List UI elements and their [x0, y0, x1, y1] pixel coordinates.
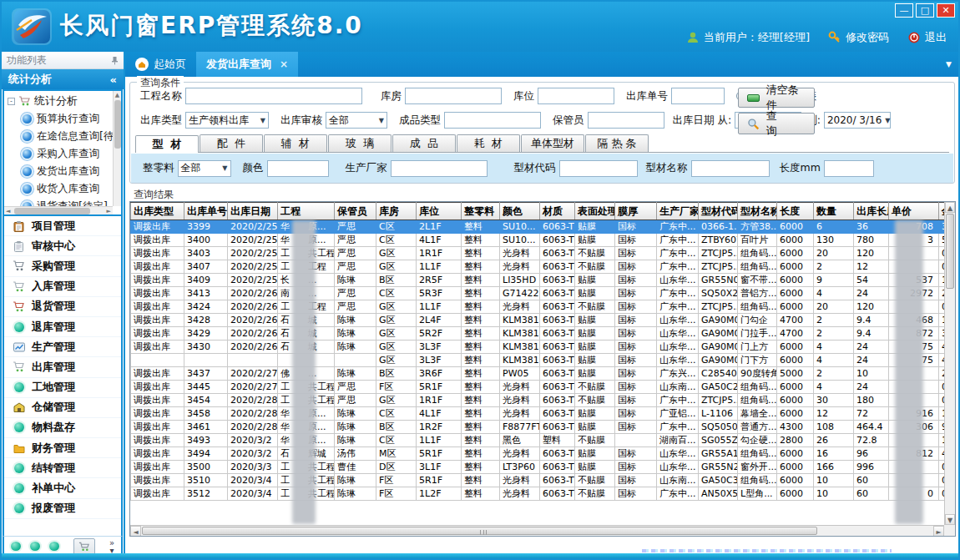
tree-item[interactable]: 在途信息查询[待 — [4, 128, 121, 145]
toolbar-circle-icon[interactable] — [30, 542, 40, 551]
material-tab[interactable]: 隔 热 条 — [585, 134, 649, 152]
table-row[interactable]: 调拨出库35102020/3/4工共工程陈琳F区5R1F整料光身料6063-T5… — [131, 474, 957, 487]
column-header[interactable]: 材质 — [540, 203, 575, 220]
search-button[interactable]: 查 询 — [738, 113, 815, 134]
table-row[interactable]: 调拨出库34032020/2/25工共工程严思G区1R1F整料光身料6063-T… — [131, 247, 957, 260]
scroll-left-icon[interactable]: ◄ — [130, 526, 141, 537]
column-header[interactable]: 出库长度 — [854, 203, 889, 220]
horizontal-scroll-thumb[interactable] — [142, 527, 817, 535]
sidebar-menu-item[interactable]: 出库管理 — [4, 357, 121, 377]
table-row[interactable]: 调拨出库34582020/2/28华原...陈琳C区4L1F整料光身料6063-… — [131, 407, 957, 421]
tree-item[interactable]: 收货入库查询 — [4, 180, 121, 198]
warehouse-input[interactable] — [405, 88, 502, 104]
sidebar-section-header[interactable]: 统计分析 « — [2, 69, 124, 89]
column-header[interactable]: 表面处理 — [575, 203, 615, 220]
table-row[interactable]: 调拨出库35122020/3/4工共工程陈琳F区1L2F整料光身料6063-T5… — [131, 487, 957, 501]
toolbar-cart-button[interactable] — [73, 538, 95, 555]
material-tab[interactable]: 辅 材 — [264, 134, 327, 152]
sidebar-menu-item[interactable]: 物料盘存 — [4, 418, 121, 438]
maximize-button[interactable]: □ — [916, 3, 934, 18]
logout-button[interactable]: 退出 — [907, 30, 947, 45]
toolbar-overflow-button[interactable]: »▾ — [109, 539, 114, 554]
sidebar-menu-item[interactable]: 退货管理 — [4, 297, 121, 317]
column-header[interactable]: 型材名称 — [738, 203, 777, 220]
toolbar-circle-icon[interactable] — [49, 542, 59, 551]
sidebar-menu-item[interactable]: 报废管理 — [4, 499, 121, 519]
table-row[interactable]: 调拨出库34002020/2/25华原...严思C区4L1F整料SU10...6… — [131, 234, 957, 247]
material-tab[interactable]: 耗 材 — [457, 134, 520, 152]
column-header[interactable]: 膜厚 — [615, 203, 657, 220]
scroll-up-icon[interactable]: ▲ — [945, 202, 955, 213]
sidebar-menu-item[interactable]: 项目管理 — [4, 216, 121, 236]
scroll-right-icon[interactable]: ► — [933, 526, 944, 537]
column-header[interactable]: 工程 — [278, 203, 335, 220]
scroll-down-icon[interactable]: ▼ — [945, 514, 955, 525]
table-row[interactable]: 调拨出库34282020/2/26石城陈琳G区2L4F整料KLM38176063… — [131, 314, 957, 327]
column-header[interactable]: 出库单号 — [184, 203, 228, 220]
table-row[interactable]: 调拨出库34542020/2/28工共工程严思G区1R1F整料光身料6063-T… — [131, 394, 957, 407]
tab-active-page[interactable]: 发货出库查询× — [196, 52, 298, 77]
code-input[interactable] — [559, 160, 638, 177]
table-row[interactable]: 调拨出库34612020/2/28华原...陈琳B区1R2F整料F8877FT6… — [131, 421, 957, 434]
sidebar-menu-item[interactable]: 结转管理 — [4, 458, 121, 478]
sidebar-menu-item[interactable]: 采购管理 — [4, 256, 121, 276]
horizontal-scrollbar[interactable]: ◄ ► — [130, 525, 944, 536]
tree-item[interactable]: 退库管理[待定] — [4, 215, 121, 216]
column-header[interactable]: 生产厂家 — [657, 203, 699, 220]
sidebar-menu-item[interactable]: 仓储管理 — [4, 398, 121, 418]
tree-item[interactable]: 预算执行查询 — [4, 110, 121, 128]
out-type-select[interactable]: 生产领料出库▼ — [185, 112, 269, 129]
table-row[interactable]: 调拨出库34072020/2/25工工程严思G区1L1F整料光身料6063-T5… — [131, 260, 957, 274]
material-tab[interactable]: 单体型材 — [521, 134, 584, 152]
column-header[interactable]: 库位 — [417, 203, 462, 220]
clear-conditions-button[interactable]: 清空条件 — [738, 88, 815, 108]
name-input[interactable] — [691, 160, 770, 177]
location-input[interactable] — [538, 88, 614, 104]
tab-start-page[interactable]: 起始页 — [125, 52, 196, 77]
table-row[interactable]: 调拨出库34092020/2/25长...陈琳B区2R5F整料LI35HD606… — [131, 274, 957, 287]
sidebar-menu-item[interactable]: 退库管理 — [4, 317, 121, 337]
table-row[interactable]: 调拨出库34372020/2/27佛...陈琳B区3R6F整料PW056063-… — [131, 367, 957, 381]
table-row[interactable]: 调拨出库34452020/2/27工共工程严思F区5R1F整料光身料6063-T… — [131, 381, 957, 394]
tab-close-icon[interactable]: × — [280, 58, 288, 70]
table-row[interactable]: 调拨出库34302020/2/26石城陈琳G区3L3F整料KLM38176063… — [131, 341, 957, 354]
table-row[interactable]: 调拨出库34132020/2/26南...严思C区5R3F整料G71422606… — [131, 287, 957, 300]
vertical-scrollbar[interactable]: ▲ ▼ — [944, 202, 955, 525]
column-header[interactable]: 型材代码 — [699, 203, 738, 220]
pin-icon[interactable] — [111, 56, 119, 65]
column-header[interactable]: 长度 — [777, 203, 814, 220]
sidebar-menu-item[interactable]: 入库管理 — [4, 277, 121, 297]
collapse-icon[interactable]: « — [110, 73, 117, 86]
tab-list-dropdown-icon[interactable]: ▼ — [946, 60, 952, 68]
column-header[interactable]: 数量 — [814, 203, 854, 220]
order-no-input[interactable] — [671, 88, 725, 104]
column-header[interactable]: 保管员 — [335, 203, 376, 220]
tree-item[interactable]: 采购入库查询 — [4, 145, 121, 163]
sidebar-menu-item[interactable]: 审核中心 — [4, 236, 121, 256]
keeper-input[interactable] — [588, 112, 664, 129]
material-tab[interactable]: 玻 璃 — [328, 134, 392, 152]
tree-item[interactable]: 发货出库查询 — [4, 163, 121, 180]
column-header[interactable]: 库房 — [376, 203, 417, 220]
date-to-select[interactable]: 2020/ 3/16▼ — [824, 112, 891, 129]
column-header[interactable]: 出库日期 — [228, 203, 278, 220]
tree-horizontal-scrollbar[interactable]: ◄► — [4, 206, 113, 214]
table-row[interactable]: 调拨出库33992020/2/25华原...严思C区2L1F整料SU10...6… — [131, 220, 957, 234]
column-header[interactable]: 整零料 — [462, 203, 500, 220]
vertical-scroll-thumb[interactable] — [946, 214, 954, 289]
column-header[interactable]: 出库类型 — [131, 203, 184, 220]
tree-root[interactable]: - 统计分析 — [4, 91, 121, 110]
table-row[interactable]: 调拨出库35002020/3/3工共工程曹佳D区3L1F整料LT3P606063… — [131, 461, 957, 474]
change-password-button[interactable]: 修改密码 — [828, 30, 889, 45]
maker-input[interactable] — [391, 160, 488, 177]
audit-select[interactable]: 全部▼ — [326, 112, 387, 129]
material-tab[interactable]: 成 品 — [392, 134, 456, 152]
close-button[interactable]: ✕ — [937, 3, 955, 18]
project-name-input[interactable] — [185, 88, 362, 104]
product-type-input[interactable] — [444, 112, 541, 129]
column-header[interactable]: 单价 — [889, 203, 939, 220]
tree-vertical-scrollbar[interactable]: ▲ — [113, 91, 121, 206]
table-row[interactable]: 调拨出库34942020/3/2石辉城汤伟M区5R1F整料光身料6063-T5贴… — [131, 447, 957, 461]
sidebar-menu-item[interactable]: 财务管理 — [4, 438, 121, 458]
color-input[interactable] — [267, 160, 329, 177]
